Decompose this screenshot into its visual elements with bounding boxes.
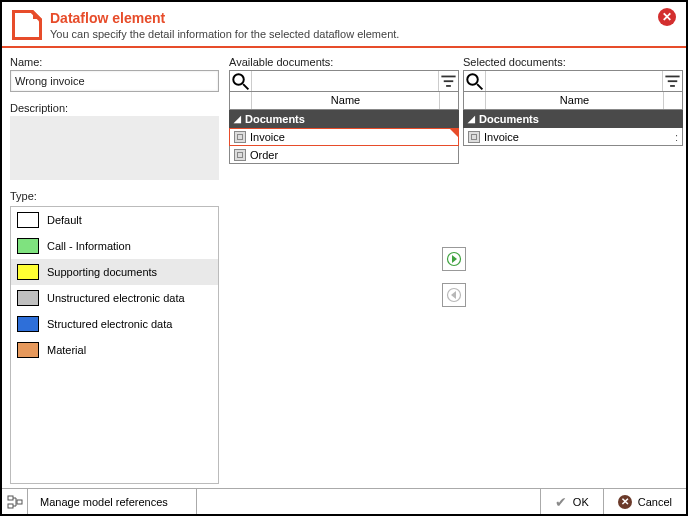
- name-input[interactable]: [10, 70, 219, 92]
- document-icon: [234, 131, 246, 143]
- search-icon: [464, 71, 486, 91]
- type-item-label: Supporting documents: [47, 266, 157, 278]
- search-icon: [230, 71, 252, 91]
- svg-rect-3: [444, 80, 454, 82]
- selected-search-input[interactable]: [486, 71, 662, 91]
- svg-rect-7: [665, 75, 679, 77]
- type-swatch: [17, 212, 39, 228]
- available-label: Available documents:: [229, 56, 459, 68]
- model-references-icon: [2, 489, 28, 514]
- doc-label: Invoice: [484, 131, 664, 143]
- close-icon[interactable]: ✕: [658, 8, 676, 26]
- type-item-label: Unstructured electronic data: [47, 292, 185, 304]
- type-item[interactable]: Material: [11, 337, 218, 363]
- svg-rect-8: [668, 80, 678, 82]
- type-label: Type:: [10, 190, 219, 202]
- type-item-label: Material: [47, 344, 86, 356]
- cancel-icon: ✕: [618, 495, 632, 509]
- type-swatch: [17, 316, 39, 332]
- check-icon: ✔: [555, 494, 567, 510]
- document-icon: [234, 149, 246, 161]
- move-left-button[interactable]: [442, 283, 466, 307]
- svg-point-5: [467, 74, 478, 85]
- row-menu-icon[interactable]: :: [668, 131, 682, 143]
- svg-rect-12: [8, 496, 13, 500]
- collapse-icon: ◢: [234, 114, 241, 124]
- type-list[interactable]: DefaultCall - InformationSupporting docu…: [10, 206, 219, 484]
- svg-rect-9: [670, 85, 675, 87]
- svg-rect-14: [17, 500, 22, 504]
- description-label: Description:: [10, 102, 219, 114]
- type-item-label: Default: [47, 214, 82, 226]
- selected-label: Selected documents:: [463, 56, 683, 68]
- document-icon: [468, 131, 480, 143]
- available-filter-button[interactable]: [438, 71, 458, 91]
- type-item[interactable]: Default: [11, 207, 218, 233]
- doc-label: Invoice: [250, 131, 458, 143]
- selected-group-row[interactable]: ◢ Documents: [463, 110, 683, 128]
- type-item-label: Structured electronic data: [47, 318, 172, 330]
- available-group-row[interactable]: ◢ Documents: [229, 110, 459, 128]
- svg-line-6: [477, 84, 482, 89]
- available-doc-row[interactable]: Order: [229, 146, 459, 164]
- svg-rect-4: [446, 85, 451, 87]
- manage-model-references-button[interactable]: Manage model references: [28, 489, 197, 514]
- available-search-input[interactable]: [252, 71, 438, 91]
- collapse-icon: ◢: [468, 114, 475, 124]
- type-swatch: [17, 290, 39, 306]
- type-item-label: Call - Information: [47, 240, 131, 252]
- available-doc-row[interactable]: Invoice: [229, 128, 459, 146]
- dialog-subtitle: You can specify the detail information f…: [50, 28, 676, 40]
- doc-label: Order: [250, 149, 458, 161]
- svg-line-1: [243, 84, 248, 89]
- type-swatch: [17, 238, 39, 254]
- type-item[interactable]: Call - Information: [11, 233, 218, 259]
- svg-point-0: [233, 74, 244, 85]
- svg-rect-13: [8, 504, 13, 508]
- name-label: Name:: [10, 56, 219, 68]
- ok-button[interactable]: ✔ OK: [540, 489, 603, 514]
- type-item[interactable]: Supporting documents: [11, 259, 218, 285]
- available-name-column[interactable]: Name: [252, 92, 440, 109]
- description-input[interactable]: [10, 116, 219, 180]
- dialog-title: Dataflow element: [50, 10, 676, 26]
- move-right-button[interactable]: [442, 247, 466, 271]
- selected-doc-row[interactable]: Invoice:: [463, 128, 683, 146]
- cancel-button[interactable]: ✕ Cancel: [603, 489, 686, 514]
- type-swatch: [17, 264, 39, 280]
- type-item[interactable]: Unstructured electronic data: [11, 285, 218, 311]
- type-item[interactable]: Structured electronic data: [11, 311, 218, 337]
- selected-name-column[interactable]: Name: [486, 92, 664, 109]
- svg-rect-2: [441, 75, 455, 77]
- selected-filter-button[interactable]: [662, 71, 682, 91]
- dataflow-page-icon: [12, 10, 42, 40]
- type-swatch: [17, 342, 39, 358]
